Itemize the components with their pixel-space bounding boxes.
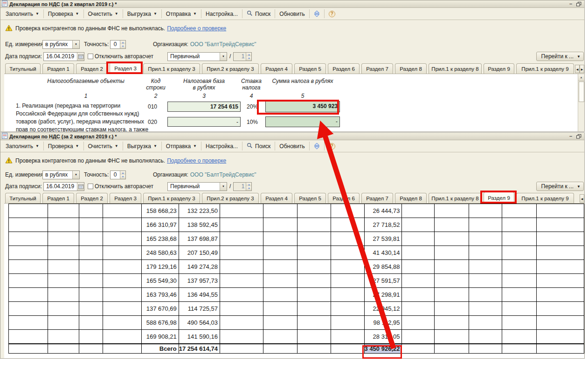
- sheet-cell[interactable]: [469, 288, 502, 302]
- sheet-cell[interactable]: 132 223,50: [179, 204, 220, 218]
- tab-section-2[interactable]: Раздел 2: [76, 63, 108, 74]
- sheet-cell[interactable]: 207 150,49: [179, 246, 220, 260]
- sheet-cell[interactable]: [79, 330, 103, 344]
- sheet-cell[interactable]: [220, 246, 263, 260]
- sheet-cell[interactable]: [263, 232, 297, 246]
- sheet-cell[interactable]: [297, 246, 331, 260]
- sheet-cell[interactable]: [48, 316, 79, 330]
- sheet-cell[interactable]: [79, 344, 103, 354]
- sheet-cell[interactable]: [402, 344, 435, 354]
- sheet-cell[interactable]: [435, 330, 469, 344]
- sheet-cell[interactable]: [263, 274, 297, 288]
- sheet-cell[interactable]: [502, 274, 537, 288]
- sheet-cell[interactable]: [469, 204, 502, 218]
- tab-section-6[interactable]: Раздел 6: [328, 193, 360, 203]
- sheet-cell[interactable]: [48, 274, 79, 288]
- sheet-cell[interactable]: 28 318,05: [364, 330, 402, 344]
- sheet-cell[interactable]: [48, 232, 79, 246]
- tab-section-9[interactable]: Раздел 9: [484, 63, 514, 74]
- sheet-cell[interactable]: [79, 288, 103, 302]
- sheet-cell[interactable]: [103, 218, 142, 232]
- precision-spinner[interactable]: 0▲▼: [110, 171, 126, 179]
- sheet-cell[interactable]: [502, 344, 537, 354]
- sheet-cell[interactable]: [469, 218, 502, 232]
- settings-button[interactable]: Настройка...: [202, 142, 242, 151]
- sheet-cell[interactable]: [9, 204, 48, 218]
- sheet-cell[interactable]: [502, 316, 537, 330]
- sheet-cell[interactable]: [331, 246, 364, 260]
- sheet-cell[interactable]: [9, 316, 48, 330]
- sheet-cell[interactable]: [263, 302, 297, 316]
- refresh-button[interactable]: Обновить: [276, 9, 308, 19]
- sheet-cell[interactable]: 163 793,46: [141, 288, 179, 302]
- sheet-cell[interactable]: [263, 330, 297, 344]
- sheet-cell[interactable]: [537, 246, 584, 260]
- tab-section-7[interactable]: Раздел 7: [361, 63, 393, 74]
- calendar-icon[interactable]: [77, 53, 84, 61]
- tab-section-1[interactable]: Раздел 1: [42, 63, 74, 74]
- sheet-cell[interactable]: [48, 260, 79, 274]
- sheet-cell[interactable]: [537, 344, 584, 354]
- clear-button[interactable]: Очистить▼: [84, 142, 122, 151]
- sheet-cell[interactable]: 149 274,28: [179, 260, 220, 274]
- sheet-cell[interactable]: [9, 302, 48, 316]
- report-type-combobox[interactable]: Первичный▼: [167, 182, 227, 191]
- sheet-cell[interactable]: [331, 274, 364, 288]
- sheet-cell[interactable]: [103, 246, 142, 260]
- combo-arrow-icon[interactable]: ▼: [72, 41, 79, 48]
- sheet-cell[interactable]: [435, 274, 469, 288]
- total-base-cell[interactable]: 17 254 614,74: [179, 344, 220, 354]
- vertical-scrollbar[interactable]: ▲: [578, 74, 584, 132]
- goto-button[interactable]: Перейти к ...▼: [536, 52, 584, 61]
- sheet-cell[interactable]: [48, 218, 79, 232]
- sheet-cell[interactable]: [402, 302, 435, 316]
- tab-section-3[interactable]: Раздел 3: [110, 193, 141, 203]
- sheet-cell[interactable]: [220, 218, 263, 232]
- check-details-link[interactable]: Подробнее о проверке: [167, 25, 226, 32]
- sheet-cell[interactable]: [402, 218, 435, 232]
- sheet-cell[interactable]: [79, 274, 103, 288]
- sheet-cell[interactable]: [469, 260, 502, 274]
- sheet-cell[interactable]: [220, 288, 263, 302]
- sheet-cell[interactable]: [297, 302, 331, 316]
- sheet-cell[interactable]: [469, 344, 502, 354]
- tab-section-1[interactable]: Раздел 1: [42, 193, 74, 203]
- sheet-cell[interactable]: [48, 330, 79, 344]
- combo-arrow-icon[interactable]: ▼: [220, 183, 227, 191]
- sheet-cell[interactable]: [79, 218, 103, 232]
- sheet-cell[interactable]: [297, 288, 331, 302]
- sheet-cell[interactable]: [297, 204, 331, 218]
- sheet-cell[interactable]: [297, 344, 331, 354]
- sheet-cell[interactable]: [79, 232, 103, 246]
- check-details-link[interactable]: Подробнее о проверке: [167, 157, 226, 164]
- restore-button[interactable]: [576, 0, 581, 8]
- sheet-cell[interactable]: 22 945,12: [364, 302, 402, 316]
- sheet-cell[interactable]: [469, 302, 502, 316]
- tab-app1-section-8[interactable]: Прил.1 к разделу 8: [429, 193, 482, 203]
- sheet-cell[interactable]: [79, 204, 103, 218]
- tab-app1-section-3[interactable]: Прил.1 к разделу 3: [143, 193, 200, 203]
- send-button[interactable]: Отправка▼: [162, 9, 201, 19]
- sheet-cell[interactable]: [537, 218, 584, 232]
- tab-app1-section-9[interactable]: Прил.1 к разделу 9: [516, 193, 574, 203]
- sheet-cell[interactable]: [297, 218, 331, 232]
- minimize-button[interactable]: –: [569, 134, 572, 138]
- sheet-cell[interactable]: [9, 260, 48, 274]
- sheet-cell[interactable]: [469, 232, 502, 246]
- combo-arrow-icon[interactable]: ▼: [220, 53, 227, 61]
- sheet-cell[interactable]: [103, 288, 142, 302]
- sheet-cell[interactable]: 41 430,14: [364, 246, 402, 260]
- sheet-cell[interactable]: [263, 316, 297, 330]
- help-button[interactable]: ?: [325, 9, 339, 19]
- spin-down-icon[interactable]: ▼: [246, 56, 251, 61]
- sheet-cell[interactable]: 29 854,88: [364, 260, 402, 274]
- sheet-cell[interactable]: [263, 246, 297, 260]
- sheet-cell[interactable]: [9, 232, 48, 246]
- tab-app1-section-9[interactable]: Прил.1 к разделу 9: [516, 63, 574, 74]
- sheet-cell[interactable]: [331, 288, 364, 302]
- sheet-cell[interactable]: [9, 246, 48, 260]
- sheet-cell[interactable]: [263, 204, 297, 218]
- sheet-cell[interactable]: [537, 288, 584, 302]
- sheet-cell[interactable]: [263, 288, 297, 302]
- sheet-cell[interactable]: [103, 316, 142, 330]
